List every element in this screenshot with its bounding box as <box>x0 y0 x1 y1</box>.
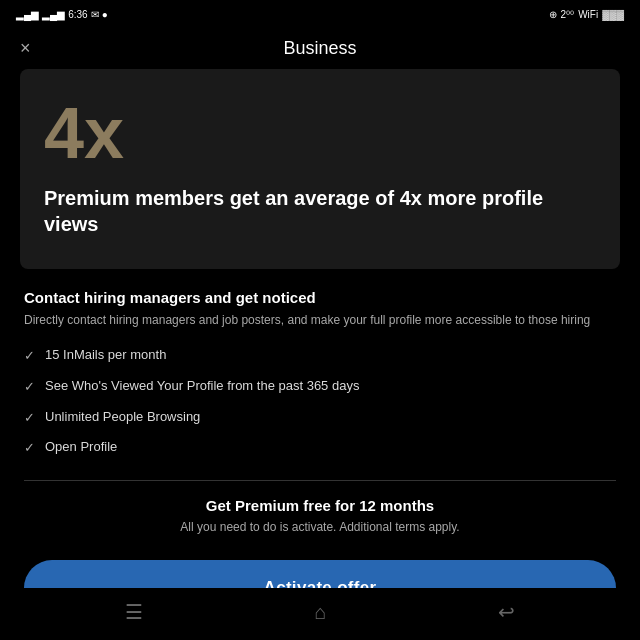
features-title: Contact hiring managers and get noticed <box>24 289 616 306</box>
feature-item: ✓ See Who's Viewed Your Profile from the… <box>24 378 616 395</box>
promo-title: Get Premium free for 12 months <box>24 497 616 514</box>
back-icon[interactable]: ↩ <box>498 600 515 624</box>
close-button[interactable]: × <box>20 38 50 59</box>
check-icon: ✓ <box>24 440 35 455</box>
check-icon: ✓ <box>24 410 35 425</box>
status-time: 6:36 <box>68 9 87 20</box>
dot-icon: ● <box>102 9 108 20</box>
home-icon[interactable]: ⌂ <box>314 601 326 624</box>
feature-text: Open Profile <box>45 439 117 456</box>
network-icon: 2⁰⁰ <box>561 9 575 20</box>
hero-section: 4x Premium members get an average of 4x … <box>20 69 620 269</box>
page-title: Business <box>283 38 356 59</box>
status-left: ▂▄▆ ▂▄▆ 6:36 ✉ ● <box>16 9 108 20</box>
menu-icon[interactable]: ☰ <box>125 600 143 624</box>
battery-icon: ▓▓▓ <box>602 9 624 20</box>
status-bar: ▂▄▆ ▂▄▆ 6:36 ✉ ● ⊕ 2⁰⁰ WiFi ▓▓▓ <box>0 0 640 28</box>
feature-item: ✓ Unlimited People Browsing <box>24 409 616 426</box>
feature-item: ✓ Open Profile <box>24 439 616 456</box>
hero-description: Premium members get an average of 4x mor… <box>44 185 596 237</box>
check-icon: ✓ <box>24 348 35 363</box>
email-icon: ✉ <box>91 9 99 20</box>
hero-multiplier: 4x <box>44 97 596 169</box>
features-section: Contact hiring managers and get noticed … <box>0 269 640 480</box>
promo-section: Get Premium free for 12 months All you n… <box>0 481 640 546</box>
status-right: ⊕ 2⁰⁰ WiFi ▓▓▓ <box>549 9 624 20</box>
promo-subtitle: All you need to do is activate. Addition… <box>24 519 616 536</box>
wifi-icon: WiFi <box>578 9 598 20</box>
header: × Business <box>0 28 640 69</box>
bottom-nav: ☰ ⌂ ↩ <box>0 588 640 640</box>
signal-icon-2: ▂▄▆ <box>42 9 65 20</box>
feature-item: ✓ 15 InMails per month <box>24 347 616 364</box>
check-icon: ✓ <box>24 379 35 394</box>
feature-text: 15 InMails per month <box>45 347 166 364</box>
features-subtitle: Directly contact hiring managers and job… <box>24 312 616 329</box>
signal-icon: ▂▄▆ <box>16 9 39 20</box>
location-icon: ⊕ <box>549 9 557 20</box>
feature-text: Unlimited People Browsing <box>45 409 200 426</box>
feature-text: See Who's Viewed Your Profile from the p… <box>45 378 359 395</box>
